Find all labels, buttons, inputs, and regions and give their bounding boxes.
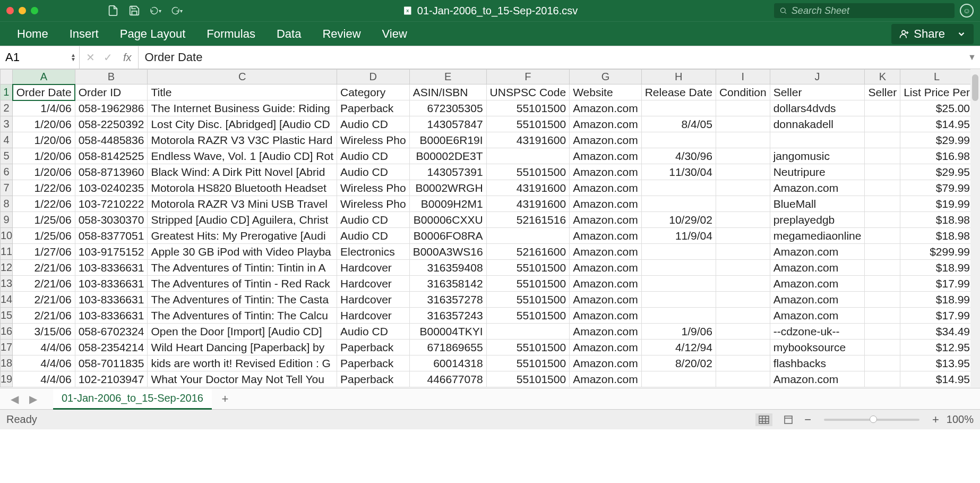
cell[interactable] — [716, 212, 770, 228]
cell[interactable]: $25.00 — [900, 100, 974, 116]
cell[interactable]: Paperback — [337, 355, 409, 371]
cell[interactable]: $14.95 — [900, 116, 974, 132]
cell[interactable] — [865, 244, 900, 260]
row-header-7[interactable]: 7 — [1, 180, 13, 196]
cell[interactable]: Seller — [865, 84, 900, 100]
cell[interactable]: Amazon.com — [770, 371, 865, 387]
name-box[interactable]: A1 ▲▼ — [0, 46, 80, 69]
cell[interactable] — [716, 100, 770, 116]
sheet-nav-next[interactable]: ▶ — [24, 393, 42, 405]
column-header-J[interactable]: J — [770, 70, 865, 84]
cell[interactable]: Open the Door [Import] [Audio CD] — [148, 324, 337, 340]
search-box[interactable] — [774, 3, 955, 18]
row-header-14[interactable]: 14 — [1, 292, 13, 308]
cell[interactable]: 1/25/06 — [13, 212, 75, 228]
cell[interactable] — [716, 371, 770, 387]
cell[interactable]: Release Date — [641, 84, 716, 100]
cell[interactable]: 3/15/06 — [13, 324, 75, 340]
minimize-window-button[interactable] — [19, 7, 26, 14]
cell[interactable]: Greatest Hits: My Prerogative [Audi — [148, 228, 337, 244]
cell[interactable]: Amazon.com — [770, 292, 865, 308]
cell[interactable]: Amazon.com — [570, 196, 642, 212]
row-header-9[interactable]: 9 — [1, 212, 13, 228]
cell[interactable]: 55101500 — [486, 116, 570, 132]
column-header-A[interactable]: A — [13, 70, 75, 84]
cell[interactable]: flashbacks — [770, 355, 865, 371]
cell[interactable]: Wireless Pho — [337, 180, 409, 196]
cancel-formula-icon[interactable]: ✕ — [86, 51, 95, 64]
cell[interactable]: Amazon.com — [770, 276, 865, 292]
cell[interactable]: Endless Wave, Vol. 1 [Audio CD] Rot — [148, 148, 337, 164]
cell[interactable]: Motorola HS820 Bluetooth Headset — [148, 180, 337, 196]
cell[interactable] — [486, 148, 570, 164]
cell[interactable]: 446677078 — [409, 371, 486, 387]
cell[interactable]: Amazon.com — [570, 100, 642, 116]
cell[interactable]: 1/20/06 — [13, 164, 75, 180]
cell[interactable]: Lost City Disc. [Abridged] [Audio CD — [148, 116, 337, 132]
cell[interactable]: Motorola RAZR V3 Mini USB Travel — [148, 196, 337, 212]
cell[interactable]: $14.95 — [900, 371, 974, 387]
cell[interactable]: What Your Doctor May Not Tell You — [148, 371, 337, 387]
chevron-down-icon[interactable] — [957, 29, 966, 39]
cell[interactable]: 103-0240235 — [75, 180, 148, 196]
cell[interactable]: Order Date — [13, 84, 75, 100]
cell[interactable]: Audio CD — [337, 324, 409, 340]
cell[interactable] — [865, 164, 900, 180]
cell[interactable]: 058-6702324 — [75, 324, 148, 340]
cell[interactable]: Audio CD — [337, 212, 409, 228]
file-icon[interactable] — [107, 5, 119, 16]
cell[interactable]: 4/30/96 — [641, 148, 716, 164]
cell[interactable]: Amazon.com — [570, 244, 642, 260]
cell[interactable]: donnakadell — [770, 116, 865, 132]
row-header-3[interactable]: 3 — [1, 116, 13, 132]
fx-icon[interactable]: fx — [123, 52, 132, 64]
cell[interactable]: 1/4/06 — [13, 100, 75, 116]
cell[interactable]: Amazon.com — [570, 132, 642, 148]
cell[interactable]: B000E6R19I — [409, 132, 486, 148]
cell[interactable]: 058-2354214 — [75, 340, 148, 355]
cell[interactable]: 143057391 — [409, 164, 486, 180]
cell[interactable]: $18.99 — [900, 292, 974, 308]
row-header-17[interactable]: 17 — [1, 340, 13, 355]
cell[interactable]: Wireless Pho — [337, 132, 409, 148]
cell[interactable]: B000A3WS16 — [409, 244, 486, 260]
cell[interactable]: 058-2250392 — [75, 116, 148, 132]
cell[interactable] — [865, 180, 900, 196]
cell[interactable]: 058-8377051 — [75, 228, 148, 244]
cell[interactable]: Amazon.com — [570, 148, 642, 164]
cell[interactable]: Amazon.com — [570, 212, 642, 228]
ribbon-tab-view[interactable]: View — [372, 22, 418, 46]
redo-icon[interactable]: ▾ — [171, 5, 183, 16]
formula-expand-icon[interactable]: ▼ — [964, 46, 980, 69]
cell[interactable]: Paperback — [337, 340, 409, 355]
cell[interactable] — [641, 100, 716, 116]
cell[interactable]: Amazon.com — [570, 324, 642, 340]
share-button[interactable]: Share — [891, 24, 974, 44]
cell[interactable] — [865, 100, 900, 116]
add-sheet-button[interactable]: + — [217, 391, 233, 407]
cell[interactable]: 11/9/04 — [641, 228, 716, 244]
cell[interactable]: 671869655 — [409, 340, 486, 355]
row-header-8[interactable]: 8 — [1, 196, 13, 212]
cell[interactable]: 2/21/06 — [13, 260, 75, 276]
cell[interactable]: Amazon.com — [770, 180, 865, 196]
row-header-11[interactable]: 11 — [1, 244, 13, 260]
cell[interactable]: B00002DE3T — [409, 148, 486, 164]
cell[interactable]: $12.95 — [900, 340, 974, 355]
cell[interactable]: 103-8336631 — [75, 308, 148, 324]
cell[interactable]: 103-9175152 — [75, 244, 148, 260]
cell[interactable]: --cdzone-uk-- — [770, 324, 865, 340]
cell[interactable]: 60014318 — [409, 355, 486, 371]
cell[interactable] — [716, 116, 770, 132]
cell[interactable]: $17.99 — [900, 308, 974, 324]
row-header-13[interactable]: 13 — [1, 276, 13, 292]
normal-view-button[interactable] — [755, 413, 772, 426]
cell[interactable] — [865, 355, 900, 371]
cell[interactable]: Amazon.com — [570, 371, 642, 387]
column-header-B[interactable]: B — [75, 70, 148, 84]
cell[interactable]: $18.98 — [900, 228, 974, 244]
cell[interactable]: 1/20/06 — [13, 148, 75, 164]
maximize-window-button[interactable] — [31, 7, 38, 14]
name-box-spinner[interactable]: ▲▼ — [71, 53, 76, 62]
column-header-L[interactable]: L — [900, 70, 974, 84]
